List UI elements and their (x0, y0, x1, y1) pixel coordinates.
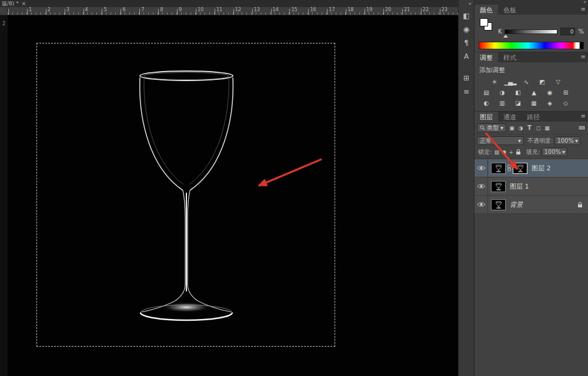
color-spectrum-ramp[interactable] (479, 42, 584, 49)
gradient-map-icon[interactable]: ▦ (526, 98, 542, 108)
tab-paths[interactable]: 路径 (522, 112, 545, 122)
visibility-toggle[interactable] (475, 196, 488, 213)
k-value-field[interactable]: 0 (560, 28, 575, 35)
panel-menu-icon[interactable]: ≡ (581, 113, 586, 119)
layer-row-layer2[interactable]: 图层 2 (475, 159, 588, 177)
brush-presets-panel-icon[interactable]: ◉ (460, 23, 473, 35)
layer-name[interactable]: 图层 2 (532, 164, 551, 173)
adjustment-icon-row: ◐▥◪▦◈◇ (478, 98, 584, 108)
ruler-number: 20 (385, 7, 391, 12)
collapse-dock-icon[interactable]: « (459, 0, 474, 8)
mask-link-icon[interactable] (507, 164, 512, 172)
panel-menu-icon[interactable]: ≡ (581, 6, 586, 12)
layers-empty-area[interactable] (475, 214, 588, 376)
channel-mixer-icon[interactable]: ◉ (542, 88, 557, 97)
adjustments-panel: 调整 样式 ≡ 添加调整 ☀▁▄▂∿◩▽▤◑◧▲◉⊞◐▥◪▦◈◇ (475, 52, 588, 112)
layer-row-layer1[interactable]: 图层 1 (475, 177, 588, 196)
color-balance-icon[interactable]: ◑ (494, 88, 510, 97)
tab-swatches[interactable]: 色板 (498, 5, 522, 15)
paragraph-panel-icon[interactable]: ¶ (460, 36, 473, 49)
foreground-color-swatch[interactable] (480, 18, 488, 26)
document-tab[interactable]: 版/8) *× (0, 0, 458, 7)
posterize-icon[interactable]: ▥ (494, 98, 510, 108)
ruler-number: 2 (2, 21, 5, 26)
ruler-number: 19 (366, 7, 372, 12)
layer-mask-thumbnail[interactable] (513, 163, 527, 174)
lock-all-icon[interactable] (516, 152, 520, 155)
layer-thumbnail[interactable] (491, 181, 506, 192)
opacity-dropdown[interactable]: 100% ▾ (554, 136, 580, 145)
filter-type-layers-icon[interactable]: T (525, 124, 534, 132)
pattern-panel-icon[interactable]: ⊞ (460, 72, 473, 84)
ruler-number: 4 (85, 7, 88, 12)
filter-shape-layers-icon[interactable]: ◻ (534, 124, 543, 132)
black-white-icon[interactable]: ◧ (510, 88, 526, 97)
background-lock-icon (578, 204, 582, 207)
curves-icon[interactable]: ∿ (518, 77, 534, 86)
photo-filter-icon[interactable]: ▲ (526, 88, 542, 97)
layer-filter-row: 类型 ▾ ▣◑T◻▦ (475, 122, 588, 135)
ruler-corner (0, 7, 8, 15)
layer-comps-panel-icon[interactable]: ≡ (460, 85, 473, 98)
foreground-background-swatches[interactable] (480, 18, 491, 33)
layers-panel: 图层 通道 路径 ≡ 类型 ▾ ▣◑T◻▦ 正常 ▾ 不透明度: (475, 112, 588, 376)
levels-icon[interactable]: ▁▄▂ (502, 77, 518, 86)
ruler-number: 6 (122, 7, 125, 12)
panel-menu-icon[interactable]: ≡ (581, 53, 586, 60)
wine-glass-thumbnail-icon (493, 164, 505, 173)
filter-adjustment-layers-icon[interactable]: ◑ (516, 124, 525, 132)
tab-close-icon[interactable]: × (22, 1, 26, 6)
blend-mode-value: 正常 (480, 137, 492, 145)
selective-color-icon[interactable]: ◈ (542, 98, 557, 108)
fill-value: 100% (544, 149, 561, 155)
properties-panel-icon[interactable]: ◧ (460, 9, 473, 22)
ruler-number: 21 (404, 7, 410, 12)
layer-row-background[interactable]: 背景 (475, 196, 588, 214)
tab-channels[interactable]: 通道 (498, 112, 522, 122)
threshold-icon[interactable]: ◪ (510, 98, 526, 108)
blend-mode-dropdown[interactable]: 正常 ▾ (477, 136, 524, 145)
eye-icon (477, 202, 486, 207)
color-lookup-icon[interactable]: ⊞ (557, 88, 573, 97)
brightness-contrast-icon[interactable]: ☀ (486, 77, 502, 86)
layer-thumbnail[interactable] (491, 163, 506, 174)
lock-image-pixels-icon[interactable]: ■ (502, 150, 506, 155)
ruler-number: 15 (292, 7, 298, 12)
ruler-number: 14 (273, 7, 279, 12)
opacity-label: 不透明度: (527, 137, 553, 145)
character-panel-icon[interactable]: A (460, 50, 473, 62)
visibility-toggle[interactable] (475, 159, 488, 177)
tab-adjustments[interactable]: 调整 (475, 52, 498, 62)
tab-styles[interactable]: 样式 (498, 52, 522, 62)
right-panel-column: « 颜色 色板 ≡ K (475, 0, 588, 376)
fill-label: 填充: (526, 148, 540, 156)
channel-options-icon[interactable]: ◇ (557, 98, 573, 108)
tab-color[interactable]: 颜色 (475, 5, 498, 15)
slider-handle[interactable] (503, 35, 508, 38)
hue-saturation-icon[interactable]: ▤ (478, 88, 494, 97)
tab-layers[interactable]: 图层 (475, 112, 498, 122)
ruler-number: 22 (423, 7, 429, 12)
filter-smart-objects-icon[interactable]: ▦ (543, 124, 552, 132)
filter-kind-dropdown[interactable]: 类型 ▾ (477, 123, 506, 132)
chevron-down-icon: ▾ (562, 149, 565, 155)
lock-row: 锁定: ▨■+ 填充: 100% ▾ (475, 146, 588, 159)
fill-dropdown[interactable]: 100% ▾ (542, 147, 567, 156)
layer-thumbnail[interactable] (491, 199, 506, 210)
lock-position-icon[interactable]: + (509, 149, 514, 155)
k-channel-slider[interactable] (505, 29, 557, 34)
invert-icon[interactable]: ◐ (478, 98, 494, 108)
visibility-toggle[interactable] (475, 177, 488, 195)
wine-glass-thumbnail-icon (493, 182, 505, 191)
layer-name[interactable]: 背景 (510, 200, 523, 209)
layer-name[interactable]: 图层 1 (510, 182, 529, 191)
collapse-panels-icon[interactable]: « (583, 0, 586, 5)
filter-pixel-layers-icon[interactable]: ▣ (507, 124, 516, 132)
lock-transparent-pixels-icon[interactable]: ▨ (494, 149, 499, 155)
canvas[interactable] (8, 15, 458, 376)
vibrance-icon[interactable]: ▽ (550, 77, 566, 86)
search-icon (480, 125, 485, 130)
filter-toggle-switch[interactable] (578, 125, 586, 130)
exposure-icon[interactable]: ◩ (534, 77, 550, 86)
ruler-number: 23 (442, 7, 447, 12)
